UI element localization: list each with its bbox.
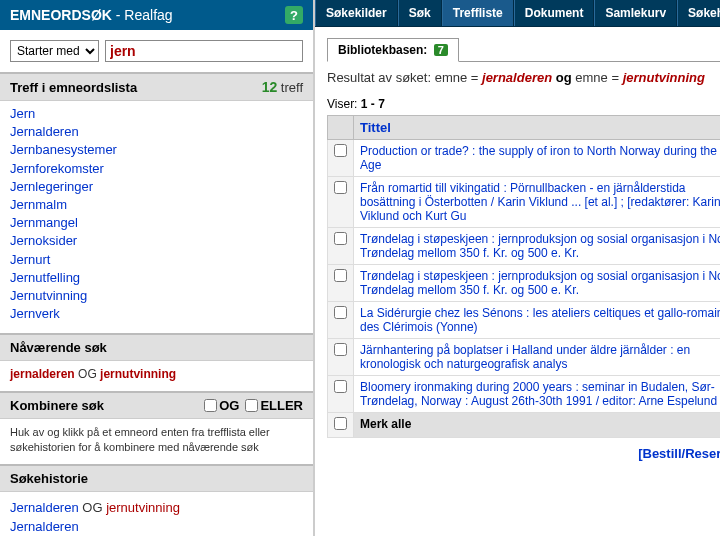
combine-eller-checkbox[interactable]: [245, 399, 258, 412]
combine-note: Huk av og klikk på et emneord enten fra …: [0, 419, 313, 464]
db-count: 7: [434, 44, 448, 56]
term-link[interactable]: Jernmangel: [10, 214, 303, 232]
nav-tab-søkehistor[interactable]: Søkehistor: [677, 0, 720, 26]
row-checkbox[interactable]: [334, 380, 347, 393]
search-mode-select[interactable]: Starter med: [10, 40, 99, 62]
combine-og-checkbox[interactable]: [204, 399, 217, 412]
left-subtitle: Realfag: [124, 7, 172, 23]
row-checkbox[interactable]: [334, 144, 347, 157]
combine-eller-label[interactable]: ELLER: [245, 398, 303, 413]
col-checkbox: [328, 116, 354, 140]
result-link[interactable]: Järnhantering på boplatser i Halland und…: [360, 343, 690, 371]
nav-tab-dokument[interactable]: Dokument: [514, 0, 595, 26]
table-row: La Sidérurgie chez les Sénons : les atel…: [328, 302, 721, 339]
col-title[interactable]: Tittel: [354, 116, 721, 140]
row-checkbox[interactable]: [334, 232, 347, 245]
row-checkbox[interactable]: [334, 306, 347, 319]
search-input[interactable]: [105, 40, 303, 62]
result-link[interactable]: Trøndelag i støpeskjeen : jernproduksjon…: [360, 269, 720, 297]
table-row: Bloomery ironmaking during 2000 years : …: [328, 376, 721, 413]
term-link[interactable]: Jern: [10, 105, 303, 123]
combine-og-label[interactable]: OG: [204, 398, 239, 413]
content-area: Bibliotekbasen: 7 Resultat av søket: emn…: [315, 27, 720, 536]
result-summary: Resultat av søket: emne = jernalderen og…: [327, 70, 720, 85]
term-link[interactable]: Jernforekomster: [10, 160, 303, 178]
row-checkbox[interactable]: [334, 181, 347, 194]
table-row: Järnhantering på boplatser i Halland und…: [328, 339, 721, 376]
reserve-link[interactable]: [Bestill/Reserver]: [638, 446, 720, 461]
db-tab[interactable]: Bibliotekbasen: 7: [327, 38, 459, 62]
history-list: Jernalderen OG jernutvinningJernalderen: [0, 492, 313, 536]
db-tab-wrap: Bibliotekbasen: 7: [327, 37, 720, 62]
help-icon[interactable]: ?: [285, 6, 303, 24]
result-link[interactable]: Från romartid till vikingatid : Pörnullb…: [360, 181, 720, 223]
right-panel: SøkekilderSøkTrefflisteDokumentSamlekurv…: [315, 0, 720, 536]
result-link[interactable]: Bloomery ironmaking during 2000 years : …: [360, 380, 717, 408]
result-link[interactable]: Production or trade? : the supply of iro…: [360, 144, 720, 172]
history-item[interactable]: Jernalderen: [10, 517, 303, 536]
sort-title-link[interactable]: Tittel: [360, 120, 391, 135]
table-row: Trøndelag i støpeskjeen : jernproduksjon…: [328, 265, 721, 302]
hits-title: Treff i emneordslista: [10, 80, 137, 95]
nav-tab-søkekilder[interactable]: Søkekilder: [315, 0, 398, 26]
current-op: OG: [78, 367, 97, 381]
nav-tabs: SøkekilderSøkTrefflisteDokumentSamlekurv…: [315, 0, 720, 27]
hits-header: Treff i emneordslista 12 treff: [0, 74, 313, 101]
viser-range: 1 - 7: [361, 97, 385, 111]
left-header: EMNEORDSØK - Realfag ?: [0, 0, 313, 30]
term-link[interactable]: Jernbanesystemer: [10, 141, 303, 159]
results-table: Tittel Production or trade? : the supply…: [327, 115, 720, 438]
term-link[interactable]: Jernoksider: [10, 232, 303, 250]
nav-tab-treffliste[interactable]: Treffliste: [442, 0, 514, 26]
left-title: EMNEORDSØK: [10, 7, 112, 23]
result-link[interactable]: Trøndelag i støpeskjeen : jernproduksjon…: [360, 232, 720, 260]
table-row: Trøndelag i støpeskjeen : jernproduksjon…: [328, 228, 721, 265]
search-row: Starter med: [0, 30, 313, 74]
left-panel: EMNEORDSØK - Realfag ? Starter med Treff…: [0, 0, 315, 536]
term-link[interactable]: Jernutfelling: [10, 269, 303, 287]
combine-header: Kombinere søk OG ELLER: [0, 393, 313, 419]
history-item[interactable]: Jernalderen OG jernutvinning: [10, 498, 303, 518]
row-checkbox[interactable]: [334, 343, 347, 356]
db-label: Bibliotekbasen:: [338, 43, 427, 57]
term-link[interactable]: Jernalderen: [10, 123, 303, 141]
result-link[interactable]: La Sidérurgie chez les Sénons : les atel…: [360, 306, 720, 334]
merk-alle-checkbox[interactable]: [334, 417, 347, 430]
term-link[interactable]: Jernurt: [10, 251, 303, 269]
table-row: Production or trade? : the supply of iro…: [328, 140, 721, 177]
result-kw1: jernalderen: [482, 70, 552, 85]
current-search-header: Nåværende søk: [0, 335, 313, 361]
term-link[interactable]: Jernmalm: [10, 196, 303, 214]
current-term-1: jernalderen: [10, 367, 75, 381]
term-list: JernJernalderenJernbanesystemerJernforek…: [0, 101, 313, 333]
result-conj: og: [556, 70, 572, 85]
row-checkbox[interactable]: [334, 269, 347, 282]
hits-label: treff: [281, 80, 303, 95]
reserve-row: [Bestill/Reserver]: [327, 438, 720, 469]
merk-alle-label: Merk alle: [354, 413, 721, 438]
term-link[interactable]: Jernverk: [10, 305, 303, 323]
term-link[interactable]: Jernlegeringer: [10, 178, 303, 196]
term-link[interactable]: Jernutvinning: [10, 287, 303, 305]
current-search: jernalderen OG jernutvinning: [0, 361, 313, 391]
result-kw2: jernutvinning: [623, 70, 705, 85]
nav-tab-samlekurv[interactable]: Samlekurv: [594, 0, 677, 26]
current-term-2: jernutvinning: [100, 367, 176, 381]
viser-line: Viser: 1 - 7: [327, 97, 720, 111]
table-row: Från romartid till vikingatid : Pörnullb…: [328, 177, 721, 228]
nav-tab-søk[interactable]: Søk: [398, 0, 442, 26]
hits-count: 12: [262, 79, 278, 95]
history-header: Søkehistorie: [0, 466, 313, 492]
